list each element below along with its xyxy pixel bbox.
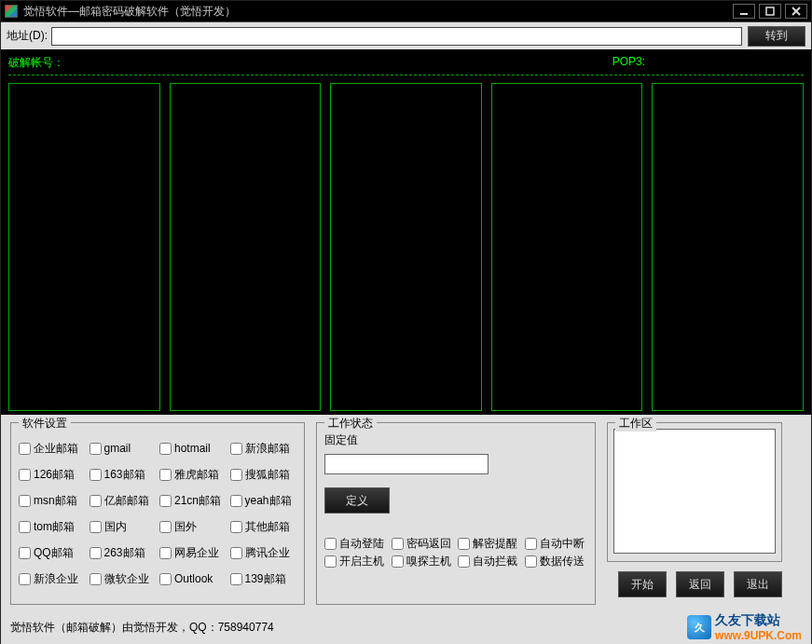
provider-checkbox-15[interactable] <box>230 521 242 533</box>
provider-6[interactable]: 雅虎邮箱 <box>159 462 227 486</box>
provider-label-12: tom邮箱 <box>34 519 75 535</box>
provider-checkbox-3[interactable] <box>230 443 242 455</box>
provider-12[interactable]: tom邮箱 <box>19 514 86 539</box>
pop3-label: POP3: <box>612 55 645 71</box>
exit-button[interactable]: 退出 <box>734 571 782 597</box>
provider-16[interactable]: QQ邮箱 <box>19 541 86 565</box>
provider-label-21: 微软企业 <box>104 571 149 587</box>
crack-account-label: 破解帐号： <box>8 55 64 71</box>
result-pane-1[interactable] <box>8 83 160 411</box>
provider-checkbox-19[interactable] <box>230 547 242 559</box>
go-button[interactable]: 转到 <box>748 26 805 47</box>
provider-checkbox-23[interactable] <box>230 573 242 585</box>
provider-label-14: 国外 <box>174 519 197 535</box>
provider-checkbox-2[interactable] <box>159 443 172 455</box>
provider-21[interactable]: 微软企业 <box>89 567 157 591</box>
provider-8[interactable]: msn邮箱 <box>19 488 86 513</box>
provider-label-19: 腾讯企业 <box>245 545 290 561</box>
provider-label-20: 新浪企业 <box>34 571 78 587</box>
provider-checkbox-14[interactable] <box>159 521 172 533</box>
provider-label-8: msn邮箱 <box>34 493 77 509</box>
provider-14[interactable]: 国外 <box>159 514 227 539</box>
result-pane-5[interactable] <box>652 83 804 411</box>
provider-15[interactable]: 其他邮箱 <box>230 514 297 539</box>
status-option-7[interactable]: 数据传送 <box>525 554 588 569</box>
status-checkbox-6[interactable] <box>458 555 470 568</box>
status-checkbox-4[interactable] <box>324 555 337 568</box>
provider-9[interactable]: 亿邮邮箱 <box>89 488 157 513</box>
provider-23[interactable]: 139邮箱 <box>230 567 297 591</box>
provider-checkbox-11[interactable] <box>230 495 242 507</box>
provider-7[interactable]: 搜狐邮箱 <box>230 462 297 486</box>
minimize-button[interactable] <box>733 4 755 19</box>
define-button[interactable]: 定义 <box>324 487 390 514</box>
provider-label-0: 企业邮箱 <box>34 441 78 457</box>
provider-checkbox-6[interactable] <box>159 469 172 481</box>
provider-19[interactable]: 腾讯企业 <box>230 541 297 565</box>
provider-18[interactable]: 网易企业 <box>159 541 227 565</box>
provider-5[interactable]: 163邮箱 <box>89 462 157 486</box>
provider-2[interactable]: hotmail <box>159 436 227 460</box>
provider-checkbox-5[interactable] <box>89 469 102 481</box>
provider-label-10: 21cn邮箱 <box>174 493 221 509</box>
close-button[interactable] <box>785 4 807 19</box>
status-option-0[interactable]: 自动登陆 <box>324 536 388 552</box>
address-input[interactable] <box>51 27 742 46</box>
status-option-5[interactable]: 嗅探主机 <box>392 554 455 569</box>
provider-checkbox-22[interactable] <box>159 573 172 585</box>
work-area[interactable] <box>613 429 776 554</box>
provider-checkbox-16[interactable] <box>19 547 31 559</box>
provider-0[interactable]: 企业邮箱 <box>19 436 86 460</box>
provider-10[interactable]: 21cn邮箱 <box>159 488 227 513</box>
provider-checkbox-4[interactable] <box>19 469 31 481</box>
provider-checkbox-21[interactable] <box>89 573 102 585</box>
provider-3[interactable]: 新浪邮箱 <box>230 436 297 460</box>
provider-checkbox-18[interactable] <box>159 547 172 559</box>
result-panes <box>8 83 804 411</box>
status-checkbox-2[interactable] <box>458 538 470 550</box>
result-pane-4[interactable] <box>491 83 643 411</box>
provider-checkbox-10[interactable] <box>159 495 172 507</box>
result-pane-2[interactable] <box>170 83 322 411</box>
provider-checkbox-17[interactable] <box>89 547 102 559</box>
provider-checkbox-12[interactable] <box>19 521 31 533</box>
provider-label-16: QQ邮箱 <box>34 545 74 561</box>
back-button[interactable]: 返回 <box>676 571 724 597</box>
watermark-icon: 久 <box>687 615 711 639</box>
provider-11[interactable]: yeah邮箱 <box>230 488 297 513</box>
provider-checkbox-20[interactable] <box>19 573 31 585</box>
status-checkbox-1[interactable] <box>392 538 404 550</box>
status-option-6[interactable]: 自动拦截 <box>458 554 521 569</box>
provider-label-23: 139邮箱 <box>245 571 286 587</box>
provider-label-11: yeah邮箱 <box>245 493 292 509</box>
provider-checkbox-8[interactable] <box>19 495 31 507</box>
provider-4[interactable]: 126邮箱 <box>19 462 86 486</box>
status-checkbox-0[interactable] <box>324 538 337 550</box>
maximize-button[interactable] <box>759 4 781 19</box>
status-option-1[interactable]: 密码返回 <box>392 536 455 552</box>
svg-rect-1 <box>766 7 774 15</box>
status-option-2[interactable]: 解密提醒 <box>458 536 521 552</box>
provider-checkbox-7[interactable] <box>230 469 242 481</box>
start-button[interactable]: 开始 <box>618 571 667 597</box>
status-checkbox-7[interactable] <box>525 555 537 568</box>
status-option-3[interactable]: 自动中断 <box>525 536 588 552</box>
provider-13[interactable]: 国内 <box>89 514 157 539</box>
status-checkbox-3[interactable] <box>525 538 537 550</box>
provider-checkbox-0[interactable] <box>19 443 31 455</box>
status-label-3: 自动中断 <box>540 536 585 552</box>
provider-checkbox-13[interactable] <box>89 521 102 533</box>
result-pane-3[interactable] <box>330 83 482 411</box>
provider-22[interactable]: Outlook <box>159 567 227 591</box>
settings-legend: 软件设置 <box>19 416 71 432</box>
provider-1[interactable]: gmail <box>89 436 157 460</box>
status-checkbox-5[interactable] <box>392 555 404 568</box>
provider-20[interactable]: 新浪企业 <box>19 567 86 591</box>
status-label-1: 密码返回 <box>406 536 451 552</box>
watermark: 久 久友下载站 www.9UPK.Com <box>687 612 802 642</box>
status-option-4[interactable]: 开启主机 <box>324 554 388 569</box>
fixed-value-input[interactable] <box>324 454 489 474</box>
provider-checkbox-1[interactable] <box>89 443 102 455</box>
provider-17[interactable]: 263邮箱 <box>89 541 157 565</box>
provider-checkbox-9[interactable] <box>89 495 102 507</box>
